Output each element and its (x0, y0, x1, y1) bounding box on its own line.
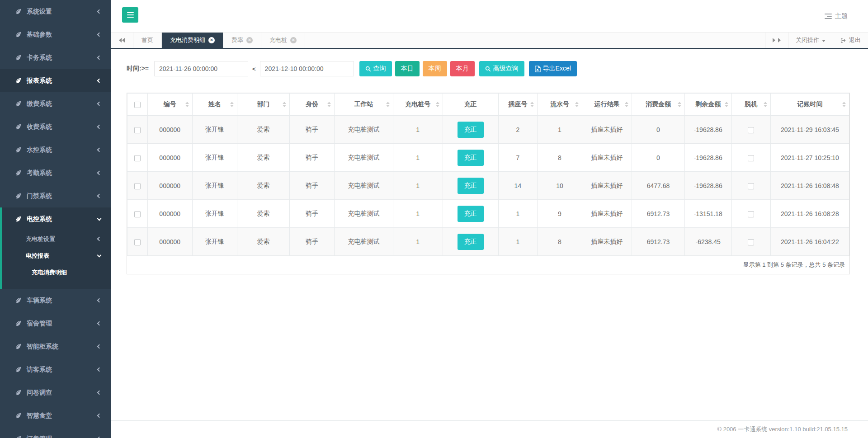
row-select-checkbox[interactable] (134, 155, 141, 161)
theme-switcher[interactable]: 主题 (825, 12, 848, 20)
column-header-balance[interactable]: 剩余金额 (684, 94, 731, 116)
cell-role: 骑手 (290, 228, 335, 256)
sidebar-item-smart-locker[interactable]: 智能柜系统 (0, 335, 111, 358)
charge-correction-button[interactable]: 充正 (458, 122, 484, 138)
sidebar-item-water-control[interactable]: 水控系统 (0, 138, 111, 161)
this-month-button[interactable]: 本月 (450, 61, 475, 76)
date-to-input[interactable] (260, 61, 354, 76)
cell-offline (731, 228, 770, 256)
chevron-left-icon (97, 344, 102, 349)
column-header-dept[interactable]: 部门 (237, 94, 290, 116)
cell-role: 骑手 (290, 200, 335, 228)
date-from-input[interactable] (154, 61, 248, 76)
offline-checkbox[interactable] (748, 239, 754, 245)
sidebar-item-card-system[interactable]: 卡务系统 (0, 46, 111, 69)
row-select-checkbox[interactable] (134, 127, 141, 133)
cell-balance: -19628.86 (684, 172, 731, 200)
search-icon (365, 66, 371, 72)
column-header-socket[interactable]: 插座号 (498, 94, 537, 116)
chevron-left-icon (97, 237, 102, 241)
select-all-checkbox[interactable] (134, 102, 141, 108)
tab-label: 充电桩 (269, 36, 287, 44)
close-operations-dropdown[interactable]: 关闭操作 (788, 33, 833, 48)
sidebar-item-basic-params[interactable]: 基础参数 (0, 23, 111, 46)
column-header-action[interactable]: 充正 (443, 94, 498, 116)
sidebar-item-vehicle-system[interactable]: 车辆系统 (0, 289, 111, 312)
cell-socket: 2 (498, 116, 537, 144)
tab-rate[interactable]: 费率✕ (223, 33, 261, 48)
row-select-checkbox[interactable] (134, 183, 141, 189)
column-header-serial[interactable]: 流水号 (538, 94, 582, 116)
offline-checkbox[interactable] (748, 183, 754, 189)
tab-charging-consumption-detail[interactable]: 充电消费明细✕ (162, 33, 223, 48)
sidebar-item-visitor-system[interactable]: 访客系统 (0, 358, 111, 381)
offline-checkbox[interactable] (748, 155, 754, 161)
sidebar-nav: 系统设置基础参数卡务系统报表系统缴费系统收费系统水控系统考勤系统门禁系统电控系统… (0, 0, 111, 438)
column-header-offline[interactable]: 脱机 (731, 94, 770, 116)
tab-charging-pile[interactable]: 充电桩✕ (261, 33, 305, 48)
column-header-name[interactable]: 姓名 (192, 94, 237, 116)
sidebar-item-access-control[interactable]: 门禁系统 (0, 184, 111, 207)
sidebar-item-charging-consumption-detail[interactable]: 充电消费明细 (2, 264, 111, 281)
logout-button[interactable]: 退出 (833, 33, 868, 48)
app-root: 系统设置基础参数卡务系统报表系统缴费系统收费系统水控系统考勤系统门禁系统电控系统… (0, 0, 868, 438)
cell-name: 张开锋 (192, 116, 237, 144)
offline-checkbox[interactable] (748, 127, 754, 133)
sidebar-item-label: 车辆系统 (27, 297, 98, 305)
cell-station: 充电桩测试 (335, 200, 393, 228)
charge-correction-button[interactable]: 充正 (458, 206, 484, 222)
column-header-select[interactable] (127, 94, 148, 116)
sidebar-item-meal-order[interactable]: 订餐管理 (0, 427, 111, 438)
advanced-search-button[interactable]: 高级查询 (479, 61, 524, 76)
sidebar-item-questionnaire[interactable]: 问卷调查 (0, 381, 111, 404)
sidebar-toggle-button[interactable] (122, 7, 138, 23)
column-header-result[interactable]: 运行结果 (582, 94, 632, 116)
sort-arrows-icon (386, 102, 390, 107)
offline-checkbox[interactable] (748, 211, 754, 217)
chevron-left-icon (97, 171, 102, 175)
cell-time: 2021-11-26 16:04:22 (770, 228, 849, 256)
sidebar-item-report-system[interactable]: 报表系统 (0, 69, 111, 92)
sidebar-item-payment-system[interactable]: 缴费系统 (0, 92, 111, 115)
today-button[interactable]: 本日 (395, 61, 420, 76)
sidebar-item-attendance[interactable]: 考勤系统 (0, 161, 111, 184)
row-select-checkbox[interactable] (134, 239, 141, 245)
tab-close-icon[interactable]: ✕ (290, 37, 297, 43)
sidebar-item-label: 卡务系统 (27, 54, 98, 62)
column-header-pile[interactable]: 充电桩号 (393, 94, 443, 116)
column-header-time[interactable]: 记账时间 (770, 94, 849, 116)
column-header-id[interactable]: 编号 (147, 94, 192, 116)
charge-correction-button[interactable]: 充正 (458, 150, 484, 166)
cell-socket: 1 (498, 228, 537, 256)
export-excel-button[interactable]: 导出Excel (529, 61, 577, 76)
tab-home[interactable]: 首页 (133, 33, 162, 48)
sidebar-item-system-settings[interactable]: 系统设置 (0, 0, 111, 23)
sidebar-item-charging-system[interactable]: 收费系统 (0, 115, 111, 138)
column-header-station[interactable]: 工作站 (335, 94, 393, 116)
column-header-amount[interactable]: 消费金额 (632, 94, 685, 116)
cell-pile: 1 (393, 144, 443, 172)
sidebar-open-section: 电控系统充电桩设置电控报表充电消费明细 (0, 207, 111, 289)
pagination-summary: 显示第 1 到第 5 条记录，总共 5 条记录 (127, 256, 849, 274)
sidebar-item-electric-control[interactable]: 电控系统 (2, 207, 111, 231)
tabs-scroll-left-button[interactable] (111, 33, 133, 48)
sidebar-item-electric-reports[interactable]: 电控报表 (2, 247, 111, 264)
cell-action: 充正 (443, 172, 498, 200)
tab-close-icon[interactable]: ✕ (208, 37, 215, 43)
sidebar-item-charging-pile-settings[interactable]: 充电桩设置 (2, 231, 111, 247)
cell-time: 2021-11-26 16:08:48 (770, 172, 849, 200)
leaf-icon (15, 100, 22, 107)
tabs-scroll-right-button[interactable] (765, 33, 788, 48)
leaf-icon (15, 435, 22, 438)
charge-correction-button[interactable]: 充正 (458, 234, 484, 250)
sidebar-item-smart-canteen[interactable]: 智慧食堂 (0, 404, 111, 427)
sidebar-item-dormitory-mgmt[interactable]: 宿舍管理 (0, 312, 111, 335)
table-row: 000000张开锋爱索骑手充电桩测试1充正21插座未插好0-19628.8620… (127, 116, 849, 144)
column-header-role[interactable]: 身份 (290, 94, 335, 116)
this-week-button[interactable]: 本周 (423, 61, 447, 76)
row-select-checkbox[interactable] (134, 211, 141, 217)
search-button[interactable]: 查询 (359, 61, 392, 76)
sidebar-item-label: 考勤系统 (27, 169, 98, 177)
tab-close-icon[interactable]: ✕ (246, 37, 253, 43)
charge-correction-button[interactable]: 充正 (458, 178, 484, 194)
